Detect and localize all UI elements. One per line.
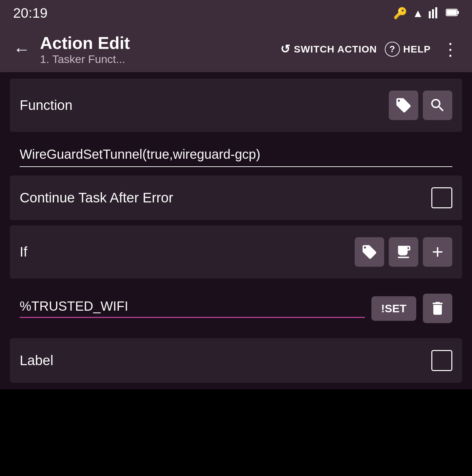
isset-button[interactable]: !SET <box>371 296 416 321</box>
label-label: Label <box>20 353 431 368</box>
if-cup-button[interactable] <box>389 237 418 267</box>
function-label: Function <box>20 97 389 113</box>
svg-rect-5 <box>447 10 457 15</box>
switch-action-icon: ↺ <box>280 42 290 56</box>
if-tag-button[interactable] <box>355 237 384 267</box>
search-icon <box>429 97 446 114</box>
if-add-button[interactable] <box>423 237 452 267</box>
if-tag-icon <box>361 244 378 260</box>
status-time: 20:19 <box>13 5 48 21</box>
condition-variable-row: !SET <box>10 284 462 333</box>
tag-icon <box>395 97 412 114</box>
delete-icon <box>429 300 446 317</box>
toolbar-subtitle: 1. Tasker Funct... <box>40 53 274 66</box>
status-icons: 🔑 ▲ <box>393 7 459 20</box>
key-icon: 🔑 <box>393 7 407 20</box>
wifi-icon: ▲ <box>412 7 423 20</box>
back-button[interactable]: ← <box>10 36 33 62</box>
toolbar-actions: ↺ SWITCH ACTION ? HELP ⋮ <box>280 39 462 59</box>
function-tag-button[interactable] <box>389 91 418 120</box>
svg-rect-1 <box>432 9 434 18</box>
svg-rect-0 <box>429 11 431 18</box>
continue-task-checkbox[interactable] <box>431 187 452 208</box>
help-label: HELP <box>403 44 431 55</box>
toolbar: ← Action Edit 1. Tasker Funct... ↺ SWITC… <box>0 26 472 72</box>
more-button[interactable]: ⋮ <box>439 39 462 59</box>
delete-condition-button[interactable] <box>423 294 452 323</box>
if-actions <box>355 237 452 267</box>
cup-icon <box>395 244 412 260</box>
status-bar: 20:19 🔑 ▲ <box>0 0 472 26</box>
if-section: If <box>10 225 462 279</box>
function-input[interactable] <box>20 147 452 167</box>
switch-action-button[interactable]: ↺ SWITCH ACTION <box>280 42 377 56</box>
battery-icon <box>446 8 459 18</box>
condition-variable-input[interactable] <box>20 299 365 318</box>
help-icon: ? <box>385 42 400 57</box>
toolbar-title-group: Action Edit 1. Tasker Funct... <box>40 33 274 66</box>
function-actions <box>389 91 452 120</box>
help-button[interactable]: ? HELP <box>385 42 431 57</box>
continue-task-label: Continue Task After Error <box>20 190 431 206</box>
function-section: Function <box>10 79 462 132</box>
continue-task-section: Continue Task After Error <box>10 176 462 220</box>
function-input-row <box>10 137 462 170</box>
isset-label: !SET <box>381 302 406 315</box>
if-label: If <box>20 244 355 260</box>
function-search-button[interactable] <box>423 91 452 120</box>
add-icon <box>429 244 446 260</box>
label-checkbox[interactable] <box>431 350 452 371</box>
main-content: Function Continue Task After Error If <box>0 72 472 389</box>
toolbar-title: Action Edit <box>40 33 274 53</box>
svg-rect-4 <box>458 11 459 14</box>
signal-icon <box>429 7 441 20</box>
label-section: Label <box>10 338 462 383</box>
switch-action-label: SWITCH ACTION <box>294 44 377 55</box>
svg-rect-2 <box>435 7 437 18</box>
